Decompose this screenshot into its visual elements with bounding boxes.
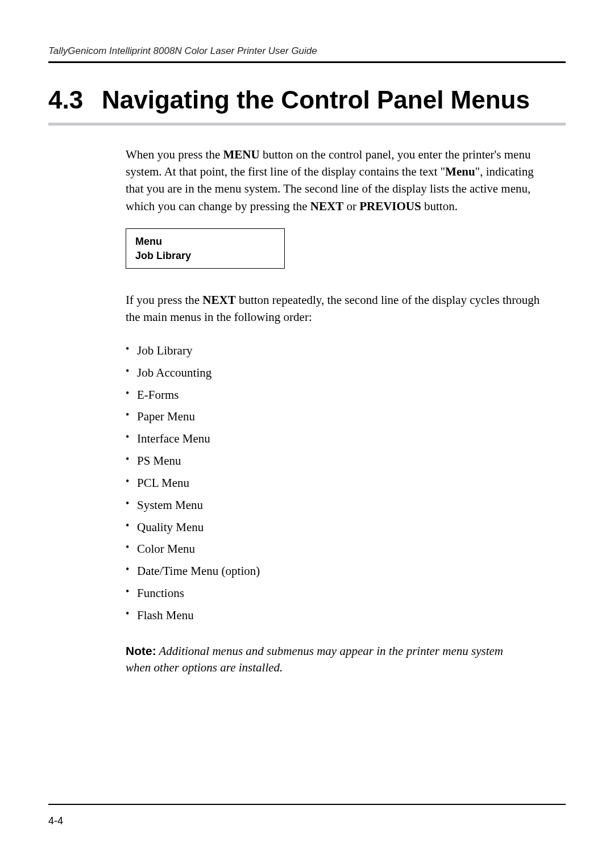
section-number: 4.3 — [48, 86, 99, 114]
content-area: When you press the MENU button on the co… — [126, 146, 546, 677]
list-item: Job Library — [126, 340, 546, 362]
cycle-paragraph: If you press the NEXT button repeatedly,… — [126, 291, 546, 326]
list-item: System Menu — [126, 494, 546, 516]
list-item: Color Menu — [126, 538, 546, 560]
section-heading: 4.3 Navigating the Control Panel Menus — [48, 86, 566, 115]
previous-button-ref: PREVIOUS — [359, 199, 421, 213]
note-text: Additional menus and submenus may appear… — [126, 644, 503, 674]
list-item: Functions — [126, 582, 546, 604]
page-number: 4-4 — [48, 815, 566, 827]
note-label: Note: — [126, 644, 156, 657]
display-line-1: Menu — [135, 235, 275, 248]
list-item: PS Menu — [126, 450, 546, 472]
next-button-ref: NEXT — [310, 199, 343, 213]
list-item: Flash Menu — [126, 604, 546, 627]
list-item: Date/Time Menu (option) — [126, 560, 546, 582]
text-span: When you press the — [126, 148, 223, 161]
footer-rule — [48, 804, 566, 805]
menu-list: Job Library Job Accounting E-Forms Paper… — [126, 340, 546, 627]
list-item: Interface Menu — [126, 428, 546, 450]
list-item: E-Forms — [126, 384, 546, 406]
text-span: If you press the — [126, 293, 202, 307]
header-rule — [48, 61, 566, 63]
text-span: or — [343, 199, 359, 213]
list-item: Paper Menu — [126, 406, 546, 428]
intro-paragraph: When you press the MENU button on the co… — [126, 146, 546, 215]
display-line-2: Job Library — [135, 249, 275, 262]
page-footer: 4-4 — [48, 804, 566, 827]
title-underline — [48, 123, 566, 126]
list-item: Job Accounting — [126, 362, 546, 384]
next-button-ref: NEXT — [202, 293, 235, 307]
menu-button-ref: MENU — [223, 148, 259, 161]
section-title: Navigating the Control Panel Menus — [102, 86, 534, 115]
list-item: PCL Menu — [126, 472, 546, 494]
lcd-display-box: Menu Job Library — [126, 228, 285, 269]
menu-text-ref: Menu — [445, 165, 475, 178]
list-item: Quality Menu — [126, 516, 546, 539]
text-span: button. — [421, 199, 458, 213]
note-paragraph: Note: Additional menus and submenus may … — [126, 642, 512, 677]
running-header: TallyGenicom Intelliprint 8008N Color La… — [48, 45, 566, 57]
